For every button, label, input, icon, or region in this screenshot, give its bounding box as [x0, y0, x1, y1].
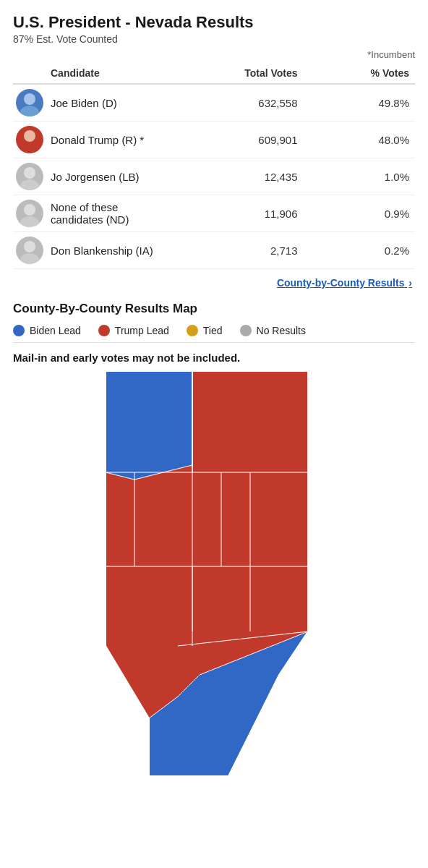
total-votes: 11,906	[158, 195, 304, 232]
candidate-name: Donald Trump (R) *	[51, 134, 144, 146]
legend-dot	[187, 325, 198, 336]
candidate-name: Jo Jorgensen (LB)	[51, 171, 140, 183]
legend-item: No Results	[240, 325, 306, 336]
legend-divider	[13, 342, 415, 343]
total-votes: 12,435	[158, 158, 304, 195]
pct-votes: 0.9%	[304, 195, 415, 232]
pct-votes: 1.0%	[304, 158, 415, 195]
vote-counted: 87% Est. Vote Counted	[13, 33, 415, 45]
col-total-votes: Total Votes	[158, 63, 304, 84]
svg-point-0	[24, 93, 35, 105]
legend-label: No Results	[257, 325, 306, 336]
total-votes: 609,901	[158, 122, 304, 158]
mail-in-note: Mail-in and early votes may not be inclu…	[13, 352, 415, 364]
county-link-arrow: ›	[408, 277, 412, 289]
map-section: County-By-County Results Map Biden LeadT…	[13, 302, 415, 776]
avatar	[16, 126, 43, 153]
page-wrapper: U.S. President - Nevada Results 87% Est.…	[0, 0, 428, 798]
nevada-map	[62, 371, 366, 776]
county-link[interactable]: County-by-County Results ›	[277, 277, 412, 289]
table-row: Don Blankenship (IA)2,7130.2%	[13, 232, 415, 269]
col-candidate: Candidate	[13, 63, 158, 84]
legend-item: Biden Lead	[13, 325, 81, 336]
table-row: Donald Trump (R) *609,90148.0%	[13, 122, 415, 158]
avatar	[16, 89, 43, 116]
svg-point-5	[20, 179, 39, 190]
total-votes: 2,713	[158, 232, 304, 269]
page-title: U.S. President - Nevada Results	[13, 13, 415, 32]
svg-point-3	[20, 142, 39, 153]
total-votes: 632,558	[158, 84, 304, 122]
legend-label: Trump Lead	[115, 325, 169, 336]
map-section-title: County-By-County Results Map	[13, 302, 415, 316]
table-row: None of these candidates (ND)11,9060.9%	[13, 195, 415, 232]
pct-votes: 48.0%	[304, 122, 415, 158]
legend-item: Trump Lead	[98, 325, 169, 336]
svg-point-2	[24, 130, 35, 142]
svg-marker-11	[106, 371, 192, 480]
incumbent-note: *Incumbent	[13, 49, 415, 60]
svg-point-1	[20, 106, 39, 116]
candidate-name: Don Blankenship (IA)	[51, 244, 153, 257]
legend-dot	[13, 325, 25, 336]
legend: Biden LeadTrump LeadTiedNo Results	[13, 325, 415, 336]
county-link-row: County-by-County Results ›	[13, 276, 415, 289]
legend-label: Biden Lead	[30, 325, 81, 336]
col-pct-votes: % Votes	[304, 63, 415, 84]
legend-dot	[240, 325, 252, 336]
legend-label: Tied	[203, 325, 223, 336]
candidate-name: None of these candidates (ND)	[51, 201, 155, 226]
pct-votes: 0.2%	[304, 232, 415, 269]
svg-point-4	[24, 167, 35, 179]
candidate-name: Joe Biden (D)	[51, 97, 117, 109]
legend-item: Tied	[187, 325, 223, 336]
results-table: Candidate Total Votes % Votes Joe Biden …	[13, 63, 415, 269]
table-row: Joe Biden (D)632,55849.8%	[13, 84, 415, 122]
table-row: Jo Jorgensen (LB)12,4351.0%	[13, 158, 415, 195]
svg-point-8	[24, 241, 35, 252]
avatar	[16, 163, 43, 190]
avatar	[16, 237, 43, 264]
svg-point-7	[20, 216, 39, 227]
svg-point-6	[24, 204, 35, 216]
map-container	[13, 371, 415, 776]
svg-point-9	[20, 253, 39, 264]
legend-dot	[98, 325, 110, 336]
pct-votes: 49.8%	[304, 84, 415, 122]
avatar	[16, 200, 43, 227]
